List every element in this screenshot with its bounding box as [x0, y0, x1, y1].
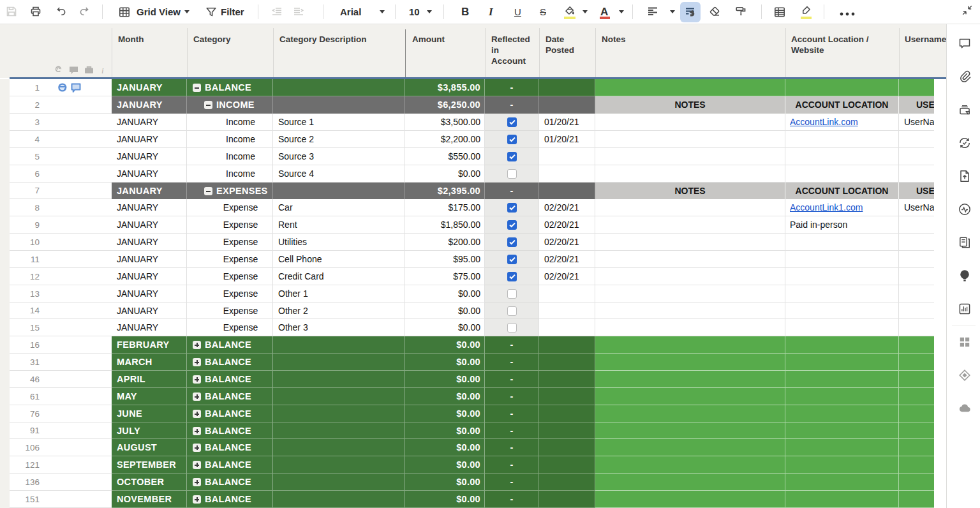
svg-text:i: i — [101, 66, 104, 75]
